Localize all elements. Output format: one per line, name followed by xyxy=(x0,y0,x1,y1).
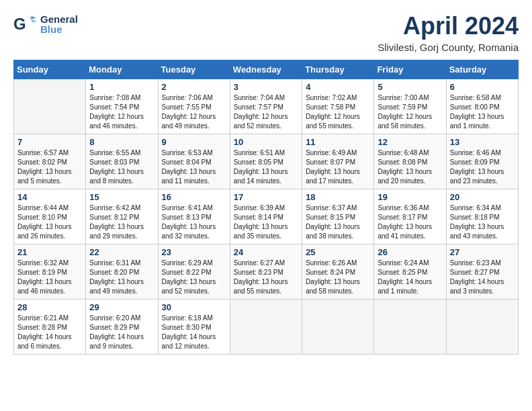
day-info: Sunrise: 6:39 AM Sunset: 8:14 PM Dayligh… xyxy=(234,203,298,241)
subtitle: Slivilesti, Gorj County, Romania xyxy=(378,42,519,53)
col-tuesday: Tuesday xyxy=(158,60,230,79)
day-info: Sunrise: 6:24 AM Sunset: 8:25 PM Dayligh… xyxy=(378,259,442,296)
table-row: 24Sunrise: 6:27 AM Sunset: 8:23 PM Dayli… xyxy=(230,244,302,300)
table-row xyxy=(374,300,446,355)
day-number: 8 xyxy=(89,137,154,147)
calendar-table: Sunday Monday Tuesday Wednesday Thursday… xyxy=(13,60,519,355)
day-info: Sunrise: 6:44 AM Sunset: 8:10 PM Dayligh… xyxy=(17,203,82,241)
col-saturday: Saturday xyxy=(446,60,518,79)
day-info: Sunrise: 7:08 AM Sunset: 7:54 PM Dayligh… xyxy=(89,93,154,131)
day-info: Sunrise: 6:31 AM Sunset: 8:20 PM Dayligh… xyxy=(89,259,154,296)
col-friday: Friday xyxy=(374,60,446,79)
logo: G General Blue xyxy=(13,12,78,36)
table-row xyxy=(230,300,302,355)
day-number: 23 xyxy=(162,247,226,257)
day-number: 21 xyxy=(17,247,82,257)
day-info: Sunrise: 6:32 AM Sunset: 8:19 PM Dayligh… xyxy=(17,259,82,296)
table-row: 15Sunrise: 6:42 AM Sunset: 8:12 PM Dayli… xyxy=(86,189,158,244)
day-info: Sunrise: 6:21 AM Sunset: 8:28 PM Dayligh… xyxy=(17,314,82,351)
day-number: 6 xyxy=(450,82,515,92)
col-thursday: Thursday xyxy=(302,60,374,79)
table-row: 29Sunrise: 6:20 AM Sunset: 8:29 PM Dayli… xyxy=(86,300,158,355)
day-info: Sunrise: 6:27 AM Sunset: 8:23 PM Dayligh… xyxy=(234,259,298,296)
day-info: Sunrise: 6:37 AM Sunset: 8:15 PM Dayligh… xyxy=(306,203,370,241)
day-info: Sunrise: 6:53 AM Sunset: 8:04 PM Dayligh… xyxy=(162,148,226,186)
table-row: 23Sunrise: 6:29 AM Sunset: 8:22 PM Dayli… xyxy=(158,244,230,300)
table-row: 28Sunrise: 6:21 AM Sunset: 8:28 PM Dayli… xyxy=(14,300,86,355)
col-sunday: Sunday xyxy=(14,60,86,79)
table-row: 13Sunrise: 6:46 AM Sunset: 8:09 PM Dayli… xyxy=(446,134,518,189)
day-info: Sunrise: 7:04 AM Sunset: 7:57 PM Dayligh… xyxy=(234,93,298,131)
table-row: 16Sunrise: 6:41 AM Sunset: 8:13 PM Dayli… xyxy=(158,189,230,244)
table-row: 30Sunrise: 6:18 AM Sunset: 8:30 PM Dayli… xyxy=(158,300,230,355)
table-row: 1Sunrise: 7:08 AM Sunset: 7:54 PM Daylig… xyxy=(86,79,158,134)
day-number: 26 xyxy=(378,247,442,257)
day-info: Sunrise: 6:29 AM Sunset: 8:22 PM Dayligh… xyxy=(162,259,226,296)
day-number: 20 xyxy=(450,192,515,202)
table-row: 3Sunrise: 7:04 AM Sunset: 7:57 PM Daylig… xyxy=(230,79,302,134)
table-row: 20Sunrise: 6:34 AM Sunset: 8:18 PM Dayli… xyxy=(446,189,518,244)
day-info: Sunrise: 6:58 AM Sunset: 8:00 PM Dayligh… xyxy=(450,93,515,131)
day-info: Sunrise: 7:02 AM Sunset: 7:58 PM Dayligh… xyxy=(306,93,370,131)
day-info: Sunrise: 7:00 AM Sunset: 7:59 PM Dayligh… xyxy=(378,93,442,131)
table-row xyxy=(14,79,86,134)
day-number: 15 xyxy=(89,192,154,202)
svg-text:G: G xyxy=(13,15,26,33)
day-number: 12 xyxy=(378,137,442,147)
table-row: 14Sunrise: 6:44 AM Sunset: 8:10 PM Dayli… xyxy=(14,189,86,244)
day-number: 25 xyxy=(306,247,370,257)
day-info: Sunrise: 6:23 AM Sunset: 8:27 PM Dayligh… xyxy=(450,259,515,296)
table-row: 22Sunrise: 6:31 AM Sunset: 8:20 PM Dayli… xyxy=(86,244,158,300)
calendar-header-row: Sunday Monday Tuesday Wednesday Thursday… xyxy=(14,60,519,79)
day-number: 10 xyxy=(234,137,298,147)
calendar-week-row: 7Sunrise: 6:57 AM Sunset: 8:02 PM Daylig… xyxy=(14,134,519,189)
day-number: 16 xyxy=(162,192,226,202)
table-row: 25Sunrise: 6:26 AM Sunset: 8:24 PM Dayli… xyxy=(302,244,374,300)
table-row: 8Sunrise: 6:55 AM Sunset: 8:03 PM Daylig… xyxy=(86,134,158,189)
day-info: Sunrise: 6:18 AM Sunset: 8:30 PM Dayligh… xyxy=(162,314,226,351)
day-number: 14 xyxy=(17,192,82,202)
day-info: Sunrise: 6:36 AM Sunset: 8:17 PM Dayligh… xyxy=(378,203,442,241)
logo-text: General Blue xyxy=(40,14,78,34)
table-row: 7Sunrise: 6:57 AM Sunset: 8:02 PM Daylig… xyxy=(14,134,86,189)
day-info: Sunrise: 6:51 AM Sunset: 8:05 PM Dayligh… xyxy=(234,148,298,186)
table-row: 4Sunrise: 7:02 AM Sunset: 7:58 PM Daylig… xyxy=(302,79,374,134)
day-number: 22 xyxy=(89,247,154,257)
col-wednesday: Wednesday xyxy=(230,60,302,79)
day-number: 4 xyxy=(306,82,370,92)
day-number: 19 xyxy=(378,192,442,202)
day-info: Sunrise: 7:06 AM Sunset: 7:55 PM Dayligh… xyxy=(162,93,226,131)
table-row: 21Sunrise: 6:32 AM Sunset: 8:19 PM Dayli… xyxy=(14,244,86,300)
day-info: Sunrise: 6:41 AM Sunset: 8:13 PM Dayligh… xyxy=(162,203,226,241)
title-section: April 2024 Slivilesti, Gorj County, Roma… xyxy=(378,12,519,53)
table-row: 17Sunrise: 6:39 AM Sunset: 8:14 PM Dayli… xyxy=(230,189,302,244)
table-row: 9Sunrise: 6:53 AM Sunset: 8:04 PM Daylig… xyxy=(158,134,230,189)
main-title: April 2024 xyxy=(378,12,519,40)
table-row: 11Sunrise: 6:49 AM Sunset: 8:07 PM Dayli… xyxy=(302,134,374,189)
day-number: 2 xyxy=(162,82,226,92)
day-info: Sunrise: 6:26 AM Sunset: 8:24 PM Dayligh… xyxy=(306,259,370,296)
day-number: 27 xyxy=(450,247,515,257)
day-number: 17 xyxy=(234,192,298,202)
logo-blue: Blue xyxy=(40,24,78,34)
calendar-week-row: 28Sunrise: 6:21 AM Sunset: 8:28 PM Dayli… xyxy=(14,300,519,355)
day-number: 9 xyxy=(162,137,226,147)
calendar-week-row: 14Sunrise: 6:44 AM Sunset: 8:10 PM Dayli… xyxy=(14,189,519,244)
table-row: 19Sunrise: 6:36 AM Sunset: 8:17 PM Dayli… xyxy=(374,189,446,244)
day-number: 28 xyxy=(17,302,82,312)
day-info: Sunrise: 6:49 AM Sunset: 8:07 PM Dayligh… xyxy=(306,148,370,186)
day-info: Sunrise: 6:46 AM Sunset: 8:09 PM Dayligh… xyxy=(450,148,515,186)
table-row: 6Sunrise: 6:58 AM Sunset: 8:00 PM Daylig… xyxy=(446,79,518,134)
calendar-week-row: 21Sunrise: 6:32 AM Sunset: 8:19 PM Dayli… xyxy=(14,244,519,300)
day-info: Sunrise: 6:20 AM Sunset: 8:29 PM Dayligh… xyxy=(89,314,154,351)
calendar-week-row: 1Sunrise: 7:08 AM Sunset: 7:54 PM Daylig… xyxy=(14,79,519,134)
table-row: 27Sunrise: 6:23 AM Sunset: 8:27 PM Dayli… xyxy=(446,244,518,300)
col-monday: Monday xyxy=(86,60,158,79)
day-number: 24 xyxy=(234,247,298,257)
table-row xyxy=(446,300,518,355)
day-number: 30 xyxy=(162,302,226,312)
day-info: Sunrise: 6:55 AM Sunset: 8:03 PM Dayligh… xyxy=(89,148,154,186)
day-number: 5 xyxy=(378,82,442,92)
day-info: Sunrise: 6:34 AM Sunset: 8:18 PM Dayligh… xyxy=(450,203,515,241)
day-info: Sunrise: 6:48 AM Sunset: 8:08 PM Dayligh… xyxy=(378,148,442,186)
